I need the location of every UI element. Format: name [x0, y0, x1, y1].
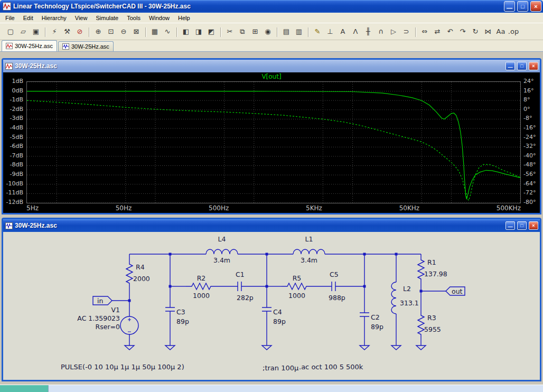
label-l2-name[interactable]: L2: [403, 285, 411, 293]
label-r1-value[interactable]: 137.98: [424, 270, 447, 278]
maximize-button[interactable]: □: [517, 1, 528, 12]
component-button[interactable]: ⊃: [400, 25, 413, 38]
label-l4-name[interactable]: L4: [218, 235, 226, 243]
label-v1-param[interactable]: Rser=0: [96, 323, 120, 331]
rotate-button[interactable]: ↻: [469, 25, 482, 38]
label-v1-value[interactable]: AC 1.359023: [77, 314, 120, 322]
schematic-canvas[interactable]: R4 2000 L4 3.4m L1 3.4m R2 1000: [3, 232, 540, 380]
menu-view[interactable]: View: [71, 13, 92, 23]
tile-vertical-button[interactable]: ◨: [192, 25, 205, 38]
close-button[interactable]: ×: [530, 1, 541, 12]
label-c2-value[interactable]: 89p: [371, 323, 383, 331]
port-out[interactable]: out: [446, 287, 465, 295]
label-r2-name[interactable]: R2: [197, 274, 206, 282]
redo-button[interactable]: ↷: [456, 25, 469, 38]
undo-button[interactable]: ↶: [444, 25, 456, 38]
label-c4-value[interactable]: 89p: [273, 318, 286, 325]
grid-toggle-button[interactable]: ▦: [148, 25, 161, 38]
menu-simulate[interactable]: Simulate: [91, 13, 123, 23]
label-r2-value[interactable]: 1000: [193, 292, 210, 300]
label-c1-name[interactable]: C1: [236, 270, 245, 278]
tab-waveform-30w-25hz[interactable]: 30W-25Hz.asc: [2, 40, 57, 51]
text-button[interactable]: Aa: [494, 25, 507, 38]
waveform-minimize-button[interactable]: —: [505, 62, 515, 70]
menu-help[interactable]: Help: [174, 13, 194, 23]
component-L2[interactable]: L2 313.1: [391, 282, 419, 314]
open-file-button[interactable]: ▱: [17, 25, 30, 38]
titlebar[interactable]: Linear Technology LTspice/SwitcherCAD II…: [0, 0, 543, 13]
waveform-restore-button[interactable]: □: [517, 62, 527, 70]
halt-simulation-button[interactable]: ⊘: [73, 25, 86, 38]
component-R2[interactable]: R2 1000: [186, 274, 217, 300]
label-c5-name[interactable]: C5: [330, 270, 339, 278]
zoom-area-button[interactable]: ⊡: [105, 25, 117, 38]
save-button[interactable]: ▣: [30, 25, 42, 38]
diode-button[interactable]: ▷: [387, 25, 400, 38]
label-r4-name[interactable]: R4: [136, 263, 145, 271]
waveform-pane[interactable]: V[out] 1dB0dB-1dB-2dB-3dB-4dB-5dB-6dB-7d…: [3, 72, 540, 213]
waveform-window-titlebar[interactable]: 30W-25Hz.asc — □ ×: [3, 60, 540, 72]
component-R3[interactable]: R3 5955: [418, 312, 441, 338]
menu-file[interactable]: File: [1, 13, 19, 23]
zoom-in-button[interactable]: ⊕: [92, 25, 105, 38]
capacitor-button[interactable]: ╫: [362, 25, 375, 38]
minimize-button[interactable]: —: [504, 1, 515, 12]
label-c2-name[interactable]: C2: [371, 313, 380, 321]
menu-hierarchy[interactable]: Hierarchy: [38, 13, 71, 23]
label-c1-value[interactable]: 282p: [237, 294, 254, 302]
find-button[interactable]: ◉: [261, 25, 274, 38]
schematic-minimize-button[interactable]: —: [505, 221, 515, 230]
waveform-close-button[interactable]: ×: [529, 62, 538, 70]
print-button[interactable]: ▤: [280, 25, 293, 38]
menu-edit[interactable]: Edit: [19, 13, 38, 23]
inductor-button[interactable]: ∩: [375, 25, 387, 38]
cascade-windows-button[interactable]: ◩: [205, 25, 218, 38]
pulse-directive-text[interactable]: PULSE(-0 10 10µ 1µ 1µ 50µ 100µ 2): [61, 363, 184, 371]
menu-tools[interactable]: Tools: [123, 13, 145, 23]
component-C2[interactable]: C2 89p: [360, 313, 383, 331]
cut-button[interactable]: ✂: [223, 25, 236, 38]
mirror-button[interactable]: ⋈: [482, 25, 494, 38]
component-R4[interactable]: R4 2000: [126, 261, 150, 286]
label-r3-value[interactable]: 5955: [424, 325, 441, 333]
label-net-button[interactable]: A: [336, 25, 349, 38]
label-r1-name[interactable]: R1: [427, 258, 436, 266]
print-preview-button[interactable]: ▥: [293, 25, 305, 38]
component-C4[interactable]: C4 89p: [262, 307, 286, 325]
run-simulation-button[interactable]: ⚡: [48, 25, 61, 38]
component-R1[interactable]: R1 137.98: [418, 257, 447, 282]
ground-button[interactable]: ⊥: [324, 25, 336, 38]
tab-schematic-30w-25hz[interactable]: 30W-25Hz.asc: [58, 41, 114, 51]
label-c3-name[interactable]: C3: [176, 308, 185, 316]
new-schematic-button[interactable]: ▢: [4, 25, 17, 38]
schematic-close-button[interactable]: ×: [529, 221, 538, 230]
menu-window[interactable]: Window: [145, 13, 174, 23]
mark-data-points-button[interactable]: ∿: [161, 25, 174, 38]
drag-button[interactable]: ⇄: [431, 25, 444, 38]
spice-directive-button[interactable]: .op: [507, 25, 520, 38]
label-c3-value[interactable]: 89p: [176, 318, 189, 325]
label-r3-name[interactable]: R3: [427, 314, 436, 322]
wire-button[interactable]: ✎: [311, 25, 324, 38]
label-v1-name[interactable]: V1: [111, 306, 120, 314]
ac-directive-text[interactable]: .ac oct 100 5 500k: [299, 363, 363, 371]
component-R5[interactable]: R5 1000: [282, 274, 312, 300]
bode-plot-canvas[interactable]: [27, 82, 520, 203]
label-r5-value[interactable]: 1000: [288, 292, 305, 300]
label-l1-value[interactable]: 3.4m: [301, 256, 317, 264]
label-r5-name[interactable]: R5: [293, 274, 302, 282]
port-in[interactable]: in: [93, 296, 112, 305]
label-r4-value[interactable]: 2000: [133, 275, 150, 283]
component-L1[interactable]: L1 3.4m: [293, 235, 325, 264]
component-C3[interactable]: C3 89p: [165, 307, 189, 325]
zoom-out-button[interactable]: ⊖: [117, 25, 130, 38]
zoom-full-extents-button[interactable]: ⊠: [130, 25, 143, 38]
label-c5-value[interactable]: 988p: [329, 294, 345, 302]
schematic-pane[interactable]: R4 2000 L4 3.4m L1 3.4m R2 1000: [3, 232, 540, 380]
label-c4-name[interactable]: C4: [273, 308, 282, 316]
label-l1-name[interactable]: L1: [305, 235, 313, 243]
tile-horizontal-button[interactable]: ◧: [180, 25, 192, 38]
schematic-restore-button[interactable]: □: [517, 221, 527, 230]
copy-button[interactable]: ⧉: [236, 25, 249, 38]
resistor-button[interactable]: Λ: [349, 25, 362, 38]
